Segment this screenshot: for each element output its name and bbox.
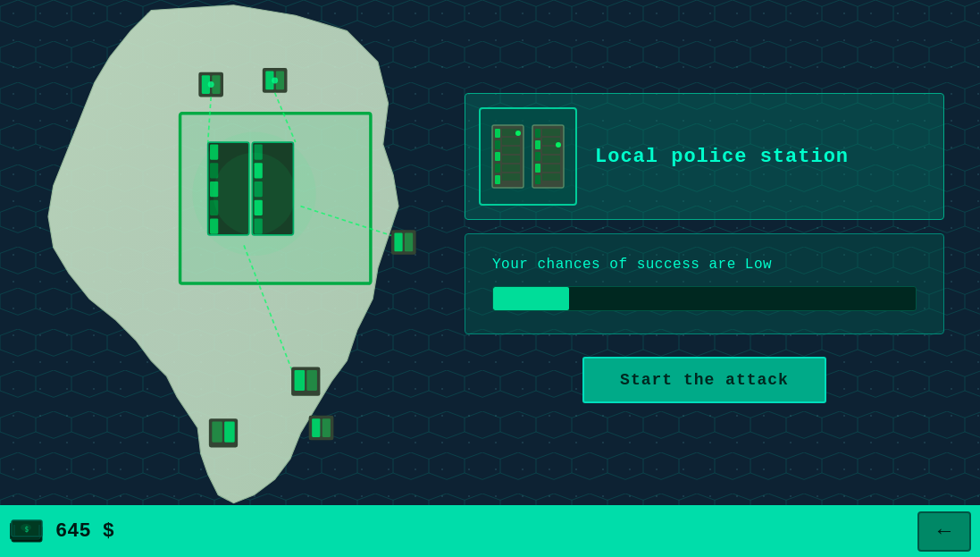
attack-button-container: Start the attack — [465, 348, 944, 412]
svg-rect-34 — [312, 418, 320, 437]
svg-rect-52 — [535, 129, 540, 138]
start-attack-button[interactable]: Start the attack — [582, 357, 826, 403]
svg-rect-28 — [394, 233, 402, 252]
svg-rect-29 — [405, 233, 413, 252]
svg-rect-31 — [295, 370, 306, 391]
target-card: Local police station — [465, 93, 944, 220]
svg-rect-56 — [535, 175, 540, 184]
svg-rect-62 — [542, 173, 560, 181]
svg-rect-59 — [542, 147, 560, 154]
svg-rect-49 — [502, 165, 520, 172]
svg-text:$: $ — [25, 526, 29, 534]
main-content: Local police station Your chances of suc… — [0, 0, 980, 505]
svg-rect-54 — [535, 152, 540, 161]
chances-section: Your chances of success are Low — [465, 233, 944, 334]
right-panel: Local police station Your chances of suc… — [447, 75, 980, 430]
svg-point-64 — [556, 142, 561, 148]
svg-rect-61 — [542, 165, 560, 172]
svg-point-8 — [272, 77, 278, 83]
cash-icon: $ — [9, 518, 45, 544]
svg-rect-42 — [495, 152, 500, 161]
svg-rect-38 — [224, 422, 235, 443]
server-cluster-icon — [488, 116, 568, 197]
svg-rect-55 — [535, 164, 540, 173]
map-svg — [0, 0, 447, 505]
chances-text: Your chances of success are Low — [492, 257, 917, 273]
svg-rect-57 — [542, 129, 560, 136]
svg-point-22 — [213, 153, 295, 235]
svg-rect-35 — [322, 418, 331, 437]
money-display: $ 645 $ — [9, 518, 114, 544]
progress-bar-container — [492, 286, 917, 311]
svg-rect-40 — [495, 129, 500, 138]
target-name: Local police station — [595, 146, 849, 168]
svg-rect-41 — [495, 140, 500, 149]
svg-rect-47 — [502, 147, 520, 154]
svg-rect-60 — [542, 156, 560, 163]
back-button[interactable]: ← — [917, 511, 971, 552]
svg-rect-32 — [306, 370, 317, 391]
progress-bar-fill — [493, 287, 569, 310]
back-arrow-icon: ← — [938, 519, 951, 544]
svg-rect-43 — [495, 164, 500, 173]
svg-rect-48 — [502, 156, 520, 163]
target-icon-container — [479, 107, 577, 206]
svg-rect-46 — [502, 138, 520, 145]
svg-rect-50 — [502, 173, 520, 181]
map-area — [0, 0, 447, 505]
cash-stack-icon: $ — [10, 519, 44, 544]
svg-point-4 — [208, 81, 214, 88]
svg-rect-44 — [495, 175, 500, 184]
svg-rect-53 — [535, 140, 540, 149]
svg-rect-37 — [212, 422, 222, 443]
bottom-bar: $ 645 $ ← — [0, 505, 980, 557]
svg-point-63 — [515, 131, 521, 136]
money-amount: 645 $ — [55, 520, 114, 543]
